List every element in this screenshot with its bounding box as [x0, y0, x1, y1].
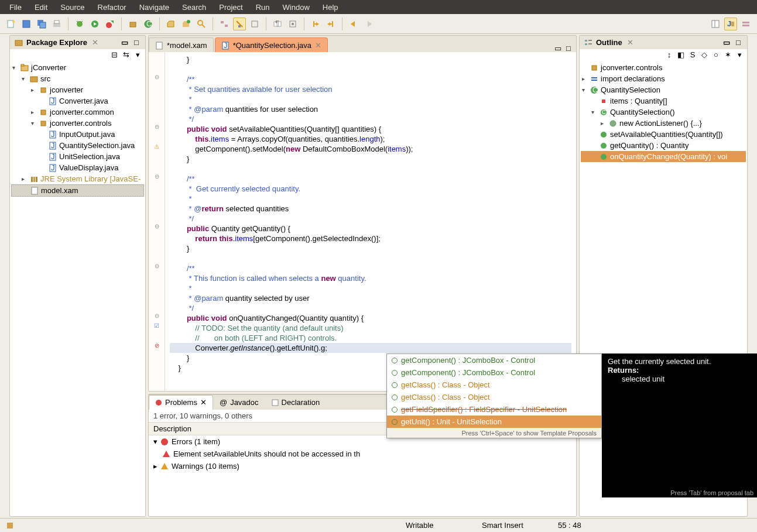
tree-node[interactable]: JQuantitySelection.java	[11, 140, 144, 151]
tab-javadoc[interactable]: @ Javadoc	[213, 395, 265, 410]
tree-node[interactable]: ▸JRE System Library [JavaSE-	[11, 173, 144, 184]
menu-edit[interactable]: Edit	[29, 1, 53, 13]
problems-table[interactable]: ▾Errors (1 item) Element setAvailableUni…	[149, 435, 576, 516]
outline-item[interactable]: setAvailableQuantities(Quantity[])	[581, 129, 746, 140]
forward-history-button[interactable]	[362, 18, 375, 30]
assist-item[interactable]: getClass() : Class - Object	[387, 391, 601, 403]
problems-close-icon[interactable]: ✕	[200, 398, 207, 407]
new-class-button[interactable]: C	[142, 18, 155, 30]
assist-item[interactable]: getComponent() : JComboBox - Control	[387, 354, 601, 366]
hide-static-icon[interactable]: S	[689, 50, 697, 59]
svg-point-63	[156, 400, 162, 406]
focus-icon[interactable]: ✶	[724, 50, 732, 59]
outline-close-icon[interactable]: ✕	[627, 38, 633, 47]
menu-refactor[interactable]: Refactor	[92, 1, 132, 13]
outline-minimize-icon[interactable]: ▭	[722, 39, 731, 47]
outline-item[interactable]: onQuantityChanged(Quantity) : voi	[581, 151, 746, 162]
assist-item[interactable]: getClass() : Class - Object	[387, 379, 601, 391]
tree-node[interactable]: ▾jConverter	[11, 62, 144, 73]
menu-run[interactable]: Run	[250, 1, 276, 13]
sort-icon[interactable]: ↕	[665, 50, 673, 59]
tree-node[interactable]: model.xam	[11, 184, 144, 197]
tab-declaration[interactable]: Declaration	[265, 395, 327, 410]
debug-button[interactable]	[73, 18, 86, 30]
menu-file[interactable]: File	[4, 1, 28, 13]
new-wizard-button[interactable]	[5, 18, 18, 30]
editor-gutter[interactable]: ⊖ ⊖ ⚠ ⊖ ⊖ ⊖ ⊖ ☑ ⊘	[149, 52, 165, 391]
outline-item[interactable]: ▸import declarations	[581, 73, 746, 84]
status-icon[interactable]	[6, 521, 14, 530]
tree-node[interactable]: JValueDisplay.java	[11, 162, 144, 173]
tab-close-icon[interactable]: ✕	[315, 41, 321, 50]
menu-search[interactable]: Search	[176, 1, 212, 13]
svg-rect-41	[21, 64, 24, 66]
editor-maximize-icon[interactable]: □	[564, 44, 573, 52]
menu-source[interactable]: Source	[54, 1, 90, 13]
editor-tab-quantityselection[interactable]: J *QuantitySelection.java ✕	[215, 37, 328, 52]
back-history-button[interactable]	[347, 18, 360, 30]
svg-rect-37	[742, 22, 749, 23]
save-all-button[interactable]	[35, 18, 48, 30]
svg-point-77	[610, 121, 616, 126]
tree-node[interactable]: ▸jconverter.common	[11, 107, 144, 118]
outline-item[interactable]: ▸new ActionListener() {...}	[581, 118, 746, 129]
package-explorer-close-icon[interactable]: ✕	[92, 38, 98, 47]
assist-item[interactable]: getFieldSpecifier() : FieldSpecifier - U…	[387, 403, 601, 416]
new-package-button[interactable]	[126, 18, 139, 30]
toggle-breadcrumb-button[interactable]	[218, 18, 231, 30]
open-perspective-button[interactable]	[739, 18, 752, 30]
open-task-button[interactable]	[180, 18, 193, 30]
link-editor-icon[interactable]: ⇆	[122, 50, 130, 59]
outline-item[interactable]: ▾CQuantitySelection	[581, 84, 746, 95]
tree-node[interactable]: JUnitSelection.java	[11, 151, 144, 162]
menu-help[interactable]: Help	[317, 1, 344, 13]
menu-project[interactable]: Project	[213, 1, 248, 13]
editor-minimize-icon[interactable]: ▭	[554, 44, 562, 52]
outline-menu-icon[interactable]: ▾	[735, 50, 744, 59]
tree-node[interactable]: ▸jconverter	[11, 84, 144, 95]
assist-item[interactable]: getComponent() : JComboBox - Control	[387, 366, 601, 379]
prev-annotation-button[interactable]	[309, 18, 322, 30]
tree-node[interactable]: JConverter.java	[11, 95, 144, 107]
hide-fields-icon[interactable]: ◧	[677, 50, 685, 59]
save-button[interactable]	[20, 18, 33, 30]
tab-problems[interactable]: Problems ✕	[149, 395, 213, 410]
minimize-icon[interactable]: ▭	[121, 39, 129, 47]
svg-rect-60	[156, 42, 162, 49]
view-menu-icon[interactable]: ▾	[133, 50, 142, 59]
run-external-button[interactable]	[104, 18, 117, 30]
perspective-customize-button[interactable]	[709, 18, 722, 30]
assist-item[interactable]: getUnit() : Unit - UnitSelection	[387, 416, 601, 428]
show-whitespace-button[interactable]: ¶	[271, 18, 284, 30]
maximize-icon[interactable]: □	[132, 39, 141, 47]
tree-node[interactable]: ▾jconverter.controls	[11, 118, 144, 129]
package-tree[interactable]: ▾jConverter▾src▸jconverterJConverter.jav…	[10, 60, 145, 516]
package-explorer-title: Package Explore	[26, 38, 87, 47]
outline-item[interactable]: ▾cQuantitySelection()	[581, 107, 746, 118]
pin-editor-button[interactable]	[286, 18, 299, 30]
open-type-button[interactable]	[165, 18, 177, 30]
content-assist-popup[interactable]: getComponent() : JComboBox - ControlgetC…	[386, 353, 602, 438]
outline-item[interactable]: items : Quantity[]	[581, 95, 746, 107]
tree-node[interactable]: ▾src	[11, 73, 144, 84]
editor-tab-model[interactable]: *model.xam	[149, 37, 214, 52]
next-annotation-button[interactable]	[324, 18, 337, 30]
outline-item[interactable]: jconverter.controls	[581, 62, 746, 73]
outline-maximize-icon[interactable]: □	[734, 39, 742, 47]
hide-local-icon[interactable]: ○	[712, 50, 720, 59]
menu-window[interactable]: Window	[277, 1, 316, 13]
run-button[interactable]	[88, 18, 101, 30]
menu-navigate[interactable]: Navigate	[133, 1, 175, 13]
toggle-mark-occurrences-button[interactable]	[233, 18, 246, 30]
search-button[interactable]	[195, 18, 208, 30]
tree-node[interactable]: JInputOutput.java	[11, 129, 144, 140]
outline-item[interactable]: getQuantity() : Quantity	[581, 140, 746, 151]
code-editor[interactable]: } /** * Set quantities available for use…	[165, 52, 576, 391]
svg-point-17	[187, 20, 190, 23]
java-perspective-button[interactable]: J	[724, 18, 737, 30]
toggle-block-selection-button[interactable]	[248, 18, 261, 30]
hide-nonpublic-icon[interactable]: ◇	[700, 50, 708, 59]
print-button[interactable]	[50, 18, 63, 30]
collapse-all-icon[interactable]: ⊟	[110, 50, 118, 59]
svg-rect-68	[588, 43, 592, 44]
